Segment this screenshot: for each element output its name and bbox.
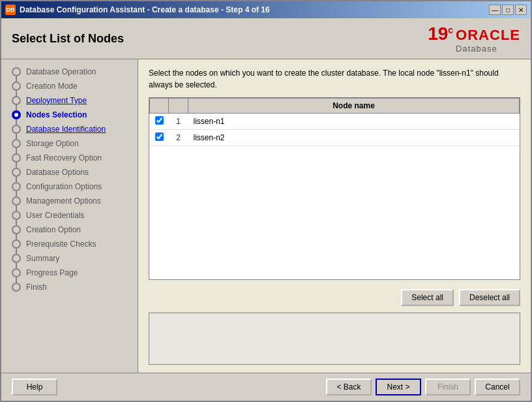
deselect-all-button[interactable]: Deselect all	[459, 289, 520, 306]
next-button[interactable]: Next >	[376, 379, 421, 395]
sidebar-label-creation-mode: Creation Mode	[26, 82, 78, 91]
nodes-table-container: Node name 1lissen-n12lissen-n2	[149, 97, 520, 280]
step-dot-prerequisite-checks	[12, 240, 21, 249]
main-window: DB Database Configuration Assistant - Cr…	[0, 0, 532, 402]
step-dot-database-operation	[12, 67, 21, 76]
nav-buttons: < Back Next > Finish Cancel	[326, 379, 520, 395]
titlebar-buttons: — □ ✕	[489, 5, 527, 15]
sidebar-label-fast-recovery-option: Fast Recovery Option	[26, 153, 102, 162]
col-num	[169, 99, 188, 114]
sidebar-label-storage-option: Storage Option	[26, 139, 79, 148]
sidebar-item-deployment-type[interactable]: Deployment Type	[1, 93, 138, 108]
node-name-0: lissen-n1	[188, 114, 520, 130]
instruction-text: Select the nodes on which you want to cr…	[149, 67, 520, 91]
app-icon: DB	[5, 5, 16, 15]
node-num-1: 2	[169, 130, 188, 146]
sidebar-label-summary: Summary	[26, 254, 59, 263]
back-button[interactable]: < Back	[326, 379, 372, 395]
bottom-bar: Help < Back Next > Finish Cancel	[1, 373, 531, 401]
sidebar-item-user-credentials: User Credentials	[1, 208, 138, 223]
select-all-button[interactable]: Select all	[401, 289, 454, 306]
sidebar-item-database-identification[interactable]: Database Identification	[1, 122, 138, 136]
sidebar-item-nodes-selection[interactable]: Nodes Selection	[1, 108, 138, 122]
oracle-brand: ORACLE	[456, 27, 520, 44]
table-buttons: Select all Deselect all	[149, 289, 520, 306]
sidebar-label-user-credentials: User Credentials	[26, 211, 84, 220]
step-dot-user-credentials	[12, 211, 21, 220]
sidebar-label-database-operation: Database Operation	[26, 67, 96, 76]
sidebar-label-database-identification[interactable]: Database Identification	[26, 125, 106, 134]
sidebar-item-configuration-options: Configuration Options	[1, 179, 138, 194]
sidebar: Database OperationCreation ModeDeploymen…	[1, 59, 138, 373]
step-dot-storage-option	[12, 139, 21, 148]
sidebar-label-deployment-type[interactable]: Deployment Type	[26, 96, 87, 105]
sidebar-item-prerequisite-checks: Prerequisite Checks	[1, 237, 138, 251]
sidebar-item-database-options: Database Options	[1, 165, 138, 179]
content-area: Database OperationCreation ModeDeploymen…	[1, 59, 531, 373]
step-dot-database-options	[12, 168, 21, 177]
table-row: 2lissen-n2	[150, 130, 520, 146]
sidebar-label-configuration-options: Configuration Options	[26, 182, 102, 191]
step-dot-configuration-options	[12, 182, 21, 191]
node-num-0: 1	[169, 114, 188, 130]
sidebar-label-management-options: Management Options	[26, 196, 101, 206]
col-checkbox	[150, 99, 169, 114]
nodes-table: Node name 1lissen-n12lissen-n2	[149, 98, 520, 146]
header-bar: Select List of Nodes 19c ORACLE Database	[1, 18, 531, 59]
node-checkbox-1[interactable]	[155, 132, 164, 141]
sidebar-label-finish: Finish	[26, 283, 47, 292]
sidebar-label-creation-option: Creation Option	[26, 225, 81, 234]
sidebar-item-summary: Summary	[1, 251, 138, 266]
node-checkbox-cell-1	[150, 130, 169, 146]
sidebar-item-finish: Finish	[1, 280, 138, 294]
finish-button[interactable]: Finish	[425, 379, 471, 395]
col-node-name: Node name	[188, 99, 520, 114]
oracle-logo: 19c ORACLE Database	[428, 23, 520, 54]
step-dot-fast-recovery-option	[12, 153, 21, 162]
step-dot-summary	[12, 254, 21, 263]
step-dot-creation-mode	[12, 82, 21, 91]
sidebar-item-database-operation: Database Operation	[1, 65, 138, 79]
sidebar-item-storage-option: Storage Option	[1, 136, 138, 151]
sidebar-label-prerequisite-checks: Prerequisite Checks	[26, 240, 96, 249]
node-checkbox-0[interactable]	[155, 116, 164, 125]
oracle-product: Database	[456, 44, 497, 54]
step-dot-database-identification	[12, 125, 21, 134]
oracle-text: ORACLE Database	[456, 27, 520, 54]
sidebar-item-fast-recovery-option: Fast Recovery Option	[1, 151, 138, 165]
window-title: Database Configuration Assistant - Creat…	[20, 5, 270, 14]
sidebar-label-database-options: Database Options	[26, 168, 89, 177]
page-title: Select List of Nodes	[12, 32, 124, 46]
sidebar-item-progress-page: Progress Page	[1, 266, 138, 280]
minimize-button[interactable]: —	[489, 5, 501, 15]
table-row: 1lissen-n1	[150, 114, 520, 130]
sidebar-item-creation-option: Creation Option	[1, 223, 138, 237]
close-button[interactable]: ✕	[515, 5, 527, 15]
step-dot-creation-option	[12, 225, 21, 234]
sidebar-label-progress-page: Progress Page	[26, 268, 78, 277]
sidebar-label-nodes-selection[interactable]: Nodes Selection	[26, 110, 87, 119]
maximize-button[interactable]: □	[502, 5, 514, 15]
node-checkbox-cell-0	[150, 114, 169, 130]
main-panel: Select the nodes on which you want to cr…	[138, 59, 531, 373]
description-box	[149, 313, 520, 365]
titlebar-left: DB Database Configuration Assistant - Cr…	[5, 5, 270, 15]
step-dot-progress-page	[12, 268, 21, 277]
sidebar-item-creation-mode: Creation Mode	[1, 79, 138, 93]
step-dot-finish	[12, 283, 21, 292]
cancel-button[interactable]: Cancel	[475, 379, 520, 395]
node-name-1: lissen-n2	[188, 130, 520, 146]
step-dot-nodes-selection	[12, 110, 21, 119]
oracle-version: 19c	[428, 23, 453, 44]
sidebar-item-management-options: Management Options	[1, 194, 138, 208]
step-dot-deployment-type	[12, 96, 21, 105]
sidebar-items-wrapper: Database OperationCreation ModeDeploymen…	[1, 65, 138, 294]
help-button[interactable]: Help	[12, 379, 57, 395]
step-dot-management-options	[12, 196, 21, 206]
titlebar: DB Database Configuration Assistant - Cr…	[1, 1, 531, 18]
